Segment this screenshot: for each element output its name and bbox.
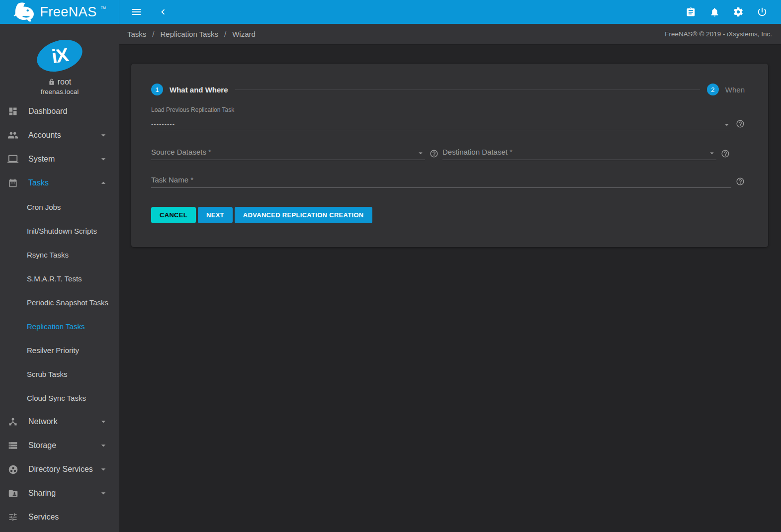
load-previous-task-select[interactable]: --------- <box>151 118 731 130</box>
load-previous-task-label: Load Previous Replication Task <box>151 106 745 113</box>
dropdown-arrow-icon <box>707 149 716 158</box>
main-area: Tasks / Replication Tasks / Wizard FreeN… <box>119 24 781 532</box>
dashboard-icon <box>7 106 19 116</box>
storage-icon <box>7 441 19 450</box>
tasks-icon <box>7 178 19 188</box>
sidebar-item-dashboard[interactable]: Dashboard <box>0 99 119 123</box>
sidebar-item-label: Cron Jobs <box>27 203 61 211</box>
chevron-down-icon <box>98 441 108 450</box>
step-1-label: What and Where <box>170 86 228 94</box>
power-icon[interactable] <box>753 3 771 21</box>
next-button[interactable]: NEXT <box>198 207 233 223</box>
chevron-down-icon <box>98 130 108 140</box>
clipboard-icon[interactable] <box>682 3 699 21</box>
help-icon[interactable] <box>736 119 745 128</box>
sidebar: iX root freenas.local Dashboard Accounts… <box>0 24 119 532</box>
sidebar-item-cron-jobs[interactable]: Cron Jobs <box>0 195 119 219</box>
sidebar-item-directory-services[interactable]: Directory Services <box>0 457 119 481</box>
sidebar-item-periodic-snapshot-tasks[interactable]: Periodic Snapshot Tasks <box>0 290 119 314</box>
destination-dataset-label: Destination Dataset * <box>442 148 513 156</box>
ix-logo: iX <box>33 34 87 77</box>
breadcrumb-tasks[interactable]: Tasks <box>127 30 146 38</box>
sidebar-item-label: Directory Services <box>28 465 93 474</box>
source-datasets-label: Source Datasets * <box>151 148 211 156</box>
settings-icon[interactable] <box>729 3 747 21</box>
accounts-icon <box>7 130 19 141</box>
task-name-label: Task Name * <box>151 176 193 184</box>
network-icon <box>7 417 19 427</box>
help-icon[interactable] <box>736 177 745 186</box>
advanced-replication-creation-button[interactable]: ADVANCED REPLICATION CREATION <box>235 207 372 223</box>
chevron-down-icon <box>98 464 108 474</box>
notifications-icon[interactable] <box>705 3 723 21</box>
chevron-up-icon <box>98 178 108 188</box>
hostname: freenas.local <box>0 88 119 95</box>
load-previous-task-value: --------- <box>151 120 175 128</box>
sidebar-item-resilver-priority[interactable]: Resilver Priority <box>0 338 119 362</box>
sidebar-item-replication-tasks[interactable]: Replication Tasks <box>0 314 119 338</box>
breadcrumb-separator: / <box>224 30 226 38</box>
sidebar-item-label: Storage <box>28 441 56 450</box>
menu-icon[interactable] <box>127 3 145 21</box>
user-panel: iX root freenas.local <box>0 24 119 95</box>
sidebar-item-rsync-tasks[interactable]: Rsync Tasks <box>0 243 119 266</box>
sidebar-item-label: Cloud Sync Tasks <box>27 394 86 402</box>
sidebar-item-cloud-sync-tasks[interactable]: Cloud Sync Tasks <box>0 386 119 410</box>
user-name: root <box>0 78 119 87</box>
directory-services-icon <box>7 464 19 475</box>
sidebar-item-label: Scrub Tasks <box>27 370 67 378</box>
sidebar-item-label: S.M.A.R.T. Tests <box>27 274 82 283</box>
step-2-badge[interactable]: 2 <box>707 84 719 95</box>
sidebar-item-label: Init/Shutdown Scripts <box>27 227 97 235</box>
sidebar-item-accounts[interactable]: Accounts <box>0 123 119 147</box>
sidebar-item-label: System <box>28 155 55 164</box>
system-icon <box>7 154 19 165</box>
sidebar-item-scrub-tasks[interactable]: Scrub Tasks <box>0 362 119 386</box>
breadcrumb-separator: / <box>152 30 154 38</box>
back-icon[interactable] <box>154 3 172 21</box>
user-label: root <box>58 78 72 87</box>
task-name-input[interactable]: Task Name * <box>151 171 731 188</box>
sidebar-item-sharing[interactable]: Sharing <box>0 481 119 505</box>
sidebar-item-services[interactable]: Services <box>0 505 119 529</box>
destination-dataset-select[interactable]: Destination Dataset * <box>442 143 716 160</box>
sidebar-item-label: Dashboard <box>28 107 67 116</box>
top-bar: FreeNAS TM <box>0 0 781 24</box>
sharing-icon <box>7 488 19 499</box>
sidebar-item-label: Resilver Priority <box>27 346 79 355</box>
sidebar-item-label: Services <box>28 513 59 522</box>
source-datasets-select[interactable]: Source Datasets * <box>151 143 425 160</box>
chevron-down-icon <box>98 488 108 498</box>
step-1-badge[interactable]: 1 <box>151 84 163 95</box>
copyright-note: FreeNAS® © 2019 - iXsystems, Inc. <box>665 30 772 38</box>
dropdown-arrow-icon <box>416 149 425 158</box>
sidebar-item-network[interactable]: Network <box>0 410 119 434</box>
breadcrumb-wizard: Wizard <box>232 30 256 38</box>
help-icon[interactable] <box>721 149 730 158</box>
sidebar-item-system[interactable]: System <box>0 147 119 171</box>
sidebar-item-smart-tests[interactable]: S.M.A.R.T. Tests <box>0 266 119 290</box>
help-icon[interactable] <box>430 149 438 158</box>
stepper-connector-line <box>235 89 700 90</box>
services-icon <box>7 512 19 522</box>
brand-text: FreeNAS <box>40 4 97 20</box>
sidebar-item-label: Accounts <box>28 131 61 140</box>
sidebar-nav: Dashboard Accounts System Tasks Cron Job… <box>0 99 119 529</box>
ix-logo-text: iX <box>50 44 69 67</box>
brand-trademark: TM <box>101 6 106 9</box>
sidebar-item-tasks[interactable]: Tasks <box>0 171 119 195</box>
sidebar-item-label: Network <box>28 417 58 426</box>
replication-wizard-card: 1 What and Where 2 When Load Previous Re… <box>131 64 768 247</box>
sidebar-item-label: Rsync Tasks <box>27 251 69 259</box>
sidebar-item-label: Sharing <box>28 489 56 498</box>
sidebar-item-label: Replication Tasks <box>27 322 85 331</box>
sidebar-item-storage[interactable]: Storage <box>0 434 119 457</box>
chevron-down-icon <box>98 154 108 164</box>
wizard-stepper: 1 What and Where 2 When <box>151 84 745 95</box>
cancel-button[interactable]: CANCEL <box>151 207 196 223</box>
sidebar-item-init-shutdown-scripts[interactable]: Init/Shutdown Scripts <box>0 219 119 243</box>
breadcrumb-replication-tasks[interactable]: Replication Tasks <box>161 30 218 38</box>
sidebar-item-label: Tasks <box>28 178 49 187</box>
lock-icon <box>48 79 55 86</box>
chevron-down-icon <box>98 417 108 427</box>
